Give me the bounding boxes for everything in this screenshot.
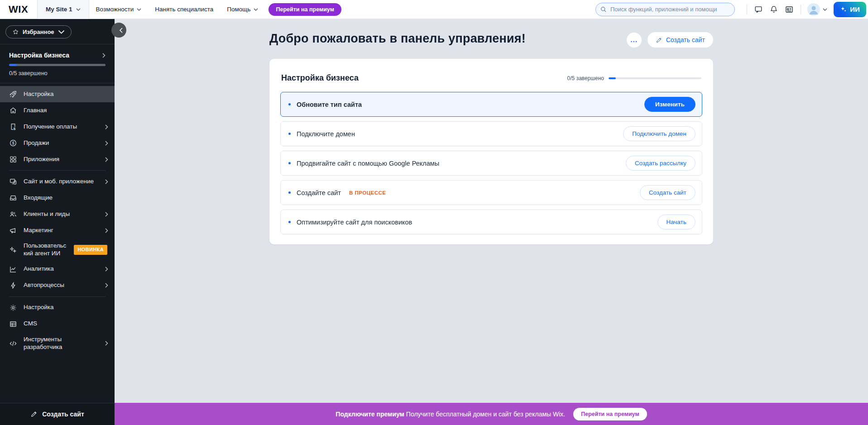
chat-button[interactable] <box>751 2 766 17</box>
chevron-right-icon <box>105 179 108 184</box>
sidebar-create-site-button[interactable]: Создать сайт <box>0 403 115 425</box>
account-menu[interactable] <box>807 3 827 16</box>
create-site-button[interactable]: Создать сайт <box>647 32 713 48</box>
sidebar-item-ai-agent[interactable]: Пользовательский агент ИИ НОВИНКА <box>0 239 115 261</box>
sidebar-item-label: Главная <box>24 107 108 115</box>
sidebar-item-contacts[interactable]: Клиенты и лиды <box>0 206 115 222</box>
sidebar-item-inbox[interactable]: Входящие <box>0 190 115 206</box>
task-label: Подключите домен <box>297 130 355 138</box>
wix-logo[interactable]: WIX <box>0 4 37 15</box>
sidebar-item-apps[interactable]: Приложения <box>0 151 115 167</box>
pencil-icon <box>656 37 662 43</box>
nav-hire-pro[interactable]: Нанять специалиста <box>148 6 220 13</box>
divider <box>9 296 106 297</box>
gear-icon <box>9 304 17 312</box>
chevron-down-icon <box>58 29 65 35</box>
contacts-icon <box>9 210 17 218</box>
chevron-down-icon <box>137 8 141 11</box>
site-selector-label: My Site 1 <box>46 6 72 13</box>
bullet-dot <box>288 133 291 135</box>
task-row-connect-domain[interactable]: Подключите домен Подключить домен <box>280 121 702 146</box>
sidebar-collapse-button[interactable] <box>111 23 126 38</box>
task-action-connect-domain-button[interactable]: Подключить домен <box>623 126 695 141</box>
card-progress-fill <box>609 77 616 79</box>
task-row-update-site-type[interactable]: Обновите тип сайта Изменить <box>280 92 702 117</box>
nav-hire-pro-label: Нанять специалиста <box>155 6 213 13</box>
favorites-button[interactable]: Избранное <box>5 25 72 38</box>
apps-icon <box>9 155 17 163</box>
updates-button[interactable] <box>782 2 797 17</box>
task-action-change-button[interactable]: Изменить <box>644 97 695 112</box>
search-input[interactable] <box>595 3 735 16</box>
nav-help[interactable]: Помощь <box>220 6 265 13</box>
card-progress: 0/5 завершено <box>567 75 701 81</box>
sales-icon: $ <box>9 139 17 147</box>
code-icon <box>9 339 17 348</box>
sidebar-item-payments[interactable]: $ Получение оплаты <box>0 119 115 135</box>
invoice-icon: $ <box>9 123 17 131</box>
divider <box>747 5 747 14</box>
sidebar-item-analytics[interactable]: Аналитика <box>0 261 115 277</box>
chevron-right-icon <box>105 267 108 272</box>
star-icon <box>12 29 19 35</box>
sidebar-item-setup[interactable]: Настройка <box>0 86 115 102</box>
task-action-create-site-button[interactable]: Создать сайт <box>640 185 695 200</box>
site-selector[interactable]: My Site 1 <box>37 0 89 19</box>
megaphone-icon <box>9 226 17 234</box>
task-row-seo[interactable]: Оптимизируйте сайт для поисковиков Начат… <box>280 210 702 234</box>
sidebar-item-automations[interactable]: Автопроцессы <box>0 277 115 294</box>
notifications-button[interactable] <box>766 2 782 17</box>
task-row-create-site[interactable]: Создайте сайт В ПРОЦЕССЕ Создать сайт <box>280 180 702 205</box>
sidebar-scroll-area: Избранное Настройка бизнеса 0/5 завершен… <box>0 19 115 403</box>
setup-progress-fill <box>9 64 17 66</box>
bullet-dot <box>288 103 291 105</box>
sidebar-item-label: Настройка <box>24 304 108 311</box>
task-label: Создайте сайт <box>297 189 341 196</box>
sidebar-menu: Настройка Главная $ Получение оплаты $ П… <box>0 83 115 358</box>
create-site-label: Создать сайт <box>42 411 84 418</box>
search-icon <box>600 6 607 13</box>
sidebar-item-dev-tools[interactable]: Инструменты разработчика <box>0 332 115 355</box>
task-label: Обновите тип сайта <box>297 101 362 108</box>
sidebar-item-label: Маркетинг <box>24 227 96 234</box>
top-bar: WIX My Site 1 Возможности Нанять специал… <box>0 0 868 19</box>
chevron-right-icon <box>105 212 108 217</box>
sidebar-item-sales[interactable]: $ Продажи <box>0 135 115 151</box>
chevron-right-icon <box>105 228 108 233</box>
lightning-icon <box>9 282 17 290</box>
sidebar-item-site-and-app[interactable]: Сайт и моб. приложение <box>0 173 115 190</box>
premium-banner-rest: Получите бесплатный домен и сайт без рек… <box>404 411 565 418</box>
sidebar-item-settings[interactable]: Настройка <box>0 300 115 316</box>
sidebar-item-label: Пользовательский агент ИИ <box>24 242 67 258</box>
page-title: Добро пожаловать в панель управления! <box>269 32 526 46</box>
sidebar-item-label: Получение оплаты <box>24 123 96 131</box>
sidebar-item-label: Продажи <box>24 139 96 147</box>
search-container <box>595 3 735 16</box>
premium-banner-text: Подключите премиум Получите бесплатный д… <box>336 411 565 418</box>
svg-text:$: $ <box>12 141 14 145</box>
sidebar-item-cms[interactable]: CMS <box>0 316 115 332</box>
sidebar-item-label: Настройка <box>24 91 108 98</box>
more-actions-button[interactable]: ... <box>627 33 642 48</box>
rocket-icon <box>9 90 17 98</box>
home-icon <box>9 106 17 115</box>
chevron-down-icon <box>254 8 258 11</box>
premium-banner-button[interactable]: Перейти на премиум <box>573 408 647 420</box>
task-row-google-ads[interactable]: Продвигайте сайт с помощью Google Реклам… <box>280 151 702 176</box>
sidebar-item-label: Инструменты разработчика <box>24 336 96 351</box>
setup-progress-bar <box>9 64 106 66</box>
sidebar-business-setup[interactable]: Настройка бизнеса 0/5 завершено <box>0 44 115 83</box>
chevron-right-icon <box>105 157 108 162</box>
chevron-left-icon <box>119 28 123 33</box>
task-action-start-button[interactable]: Начать <box>657 215 695 229</box>
nav-features[interactable]: Возможности <box>89 6 149 13</box>
ai-button-label: ИИ <box>850 5 860 13</box>
sidebar-favorites-row: Избранное <box>0 19 115 44</box>
task-action-create-campaign-button[interactable]: Создать рассылку <box>626 156 695 171</box>
upgrade-premium-button[interactable]: Перейти на премиум <box>269 3 341 16</box>
sidebar-item-home[interactable]: Главная <box>0 102 115 119</box>
sidebar-item-label: Автопроцессы <box>24 282 96 289</box>
business-setup-title: Настройка бизнеса <box>9 52 69 59</box>
ai-assistant-button[interactable]: ИИ <box>834 2 866 17</box>
sidebar-item-marketing[interactable]: Маркетинг <box>0 222 115 239</box>
